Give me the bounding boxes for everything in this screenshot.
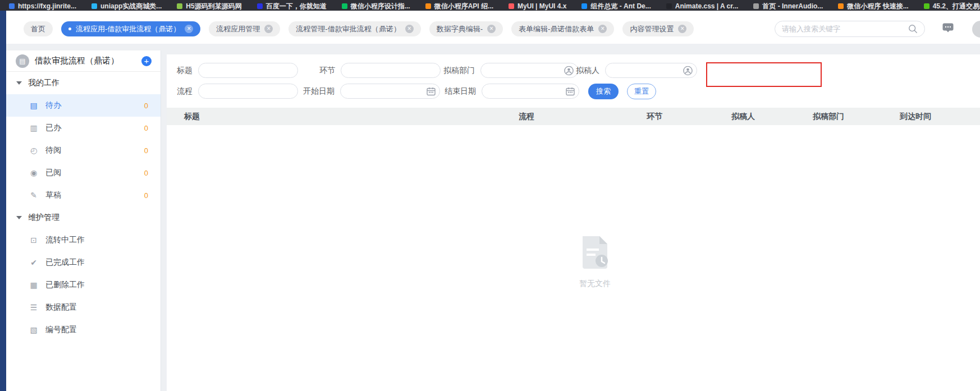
close-icon[interactable] [598, 25, 607, 33]
column-header: 拟稿部门 [813, 108, 844, 125]
count-badge: 0 [144, 191, 148, 200]
close-icon[interactable] [487, 25, 496, 33]
field-input-wrap [605, 63, 697, 78]
sidebar-item-file-pen[interactable]: ✎草稿0 [6, 184, 161, 206]
window-edge-strip [0, 11, 6, 391]
count-badge: 0 [144, 146, 148, 155]
field-input-wrap [340, 84, 440, 99]
tab-pill[interactable]: 流程管理-借款审批流程（鼎诺） [288, 21, 420, 36]
search-input[interactable] [782, 25, 908, 33]
calendar-icon[interactable] [427, 87, 436, 96]
search-icon[interactable] [908, 24, 918, 34]
sidebar-item-trash-file[interactable]: ▦已删除工作 [6, 274, 161, 296]
tab-pill[interactable]: 首页 [24, 21, 53, 36]
tab-label: 流程应用-借款审批流程（鼎诺） [76, 24, 180, 34]
sidebar-header: 借款审批流程（鼎诺） [6, 50, 161, 72]
sidebar-item-label: 已办 [45, 123, 61, 133]
text-input[interactable] [340, 84, 440, 99]
text-input[interactable] [198, 63, 298, 78]
field-label: 环节 [319, 66, 335, 76]
bookmark-item[interactable]: uniapp实战商城类... [91, 2, 162, 11]
bookmark-item[interactable]: H5源码到某源码网 [177, 2, 241, 11]
close-icon[interactable] [264, 25, 273, 33]
field-label: 拟稿部门 [443, 66, 475, 76]
bookmark-label: 微信小程序设计指... [351, 2, 410, 11]
tab-pill[interactable]: 流程应用管理 [209, 21, 280, 36]
text-input[interactable] [482, 84, 579, 99]
bookmark-favicon-icon [342, 3, 347, 9]
field-input-wrap [198, 84, 298, 99]
bookmark-item[interactable]: 微信小程序API 绍... [425, 2, 493, 11]
close-icon[interactable] [185, 25, 193, 33]
bookmark-label: 百度一下，你就知道 [266, 2, 327, 11]
monitor-icon: ⊡ [29, 236, 39, 245]
column-header: 环节 [647, 108, 662, 125]
bookmark-favicon-icon [666, 3, 672, 9]
bookmark-item[interactable]: 首页 - InnerAudio... [753, 2, 823, 11]
done-files-icon: ▥ [29, 123, 39, 132]
reset-button[interactable]: 重置 [627, 84, 656, 99]
bookmark-label: Animate.css | A cr... [675, 2, 739, 10]
bookmark-label: 组件总览 - Ant De... [590, 2, 651, 11]
filter-row-1: 标题环节拟稿部门拟稿人 [167, 63, 980, 79]
chevron-down-icon [16, 216, 22, 219]
group-label: 维护管理 [28, 213, 59, 223]
sidebar-item-monitor[interactable]: ⊡流转中工作 [6, 229, 161, 251]
sidebar-group[interactable]: 我的工作 [6, 72, 161, 94]
sidebar-item-numbering[interactable]: ▧编号配置 [6, 319, 161, 341]
sidebar-item-sliders[interactable]: ☰数据配置 [6, 296, 161, 319]
sidebar-item-label: 待阅 [45, 145, 61, 155]
bookmark-item[interactable]: MyUI | MyUI 4.x [509, 2, 566, 10]
bookmark-item[interactable]: Animate.css | A cr... [666, 2, 739, 10]
main-panel: 标题环节拟稿部门拟稿人 搜索 重置 流程开始日期结束日期 标题流程环节拟稿人拟稿… [167, 54, 980, 391]
message-icon[interactable] [942, 23, 954, 35]
field-input-wrap [341, 63, 441, 78]
text-input[interactable] [198, 84, 298, 99]
avatar[interactable] [972, 21, 980, 38]
tab-label: 流程应用管理 [216, 24, 260, 34]
count-badge: 0 [144, 169, 148, 177]
check-circle-icon: ✔ [29, 258, 39, 267]
empty-state: 暂无文件 [556, 235, 634, 289]
add-plus-icon[interactable] [141, 56, 152, 66]
bookmark-favicon-icon [838, 3, 844, 9]
sidebar-item-label: 数据配置 [45, 302, 77, 312]
tab-pill[interactable]: 数据字典编辑- [429, 21, 503, 36]
user-icon [683, 66, 693, 75]
sidebar-item-todo-file[interactable]: ▤待办0 [6, 94, 161, 117]
sidebar-group[interactable]: 维护管理 [6, 206, 161, 229]
close-icon[interactable] [405, 25, 414, 33]
sidebar-item-eye[interactable]: ◉已阅0 [6, 162, 161, 184]
todo-file-icon: ▤ [29, 101, 39, 110]
bookmark-favicon-icon [425, 3, 431, 9]
tab-pill[interactable]: 表单编辑-鼎诺借款表单 [511, 21, 614, 36]
filter-field: 流程 [177, 84, 298, 99]
filter-field: 开始日期 [303, 84, 440, 99]
bookmark-item[interactable]: 组件总览 - Ant De... [581, 2, 651, 11]
sidebar-item-check-circle[interactable]: ✔已完成工作 [6, 251, 161, 274]
bookmark-label: MyUI | MyUI 4.x [518, 2, 566, 10]
filter-row-2: 搜索 重置 流程开始日期结束日期 [167, 84, 980, 99]
count-badge: 0 [144, 102, 148, 110]
close-icon[interactable] [678, 25, 686, 33]
tab-pills: 首页流程应用-借款审批流程（鼎诺）流程应用管理流程管理-借款审批流程（鼎诺）数据… [24, 21, 694, 36]
calendar-icon[interactable] [566, 87, 575, 96]
tab-pill[interactable]: 流程应用-借款审批流程（鼎诺） [61, 21, 200, 36]
global-search [775, 21, 925, 37]
sidebar-item-file-clock[interactable]: ◴待阅0 [6, 139, 161, 162]
bookmark-item[interactable]: 微信小程序设计指... [342, 2, 410, 11]
eye-icon: ◉ [29, 168, 39, 177]
sidebar-item-label: 已完成工作 [45, 257, 85, 268]
tab-bar: 首页流程应用-借款审批流程（鼎诺）流程应用管理流程管理-借款审批流程（鼎诺）数据… [6, 11, 980, 44]
tab-pill[interactable]: 内容管理设置 [622, 21, 694, 36]
bookmark-item[interactable]: 百度一下，你就知道 [257, 2, 327, 11]
bookmark-item[interactable]: https://fxg.jinrite... [9, 2, 76, 10]
text-input[interactable] [341, 63, 441, 78]
search-button[interactable]: 搜索 [588, 84, 619, 99]
bookmark-item[interactable]: 45.2、打通交易组... [924, 2, 980, 11]
sidebar-item-done-files[interactable]: ▥已办0 [6, 117, 161, 139]
text-input[interactable] [480, 63, 578, 78]
count-badge: 0 [144, 124, 148, 132]
bookmark-item[interactable]: 微信小程序 快速接... [838, 2, 908, 11]
field-label: 结束日期 [445, 86, 476, 96]
